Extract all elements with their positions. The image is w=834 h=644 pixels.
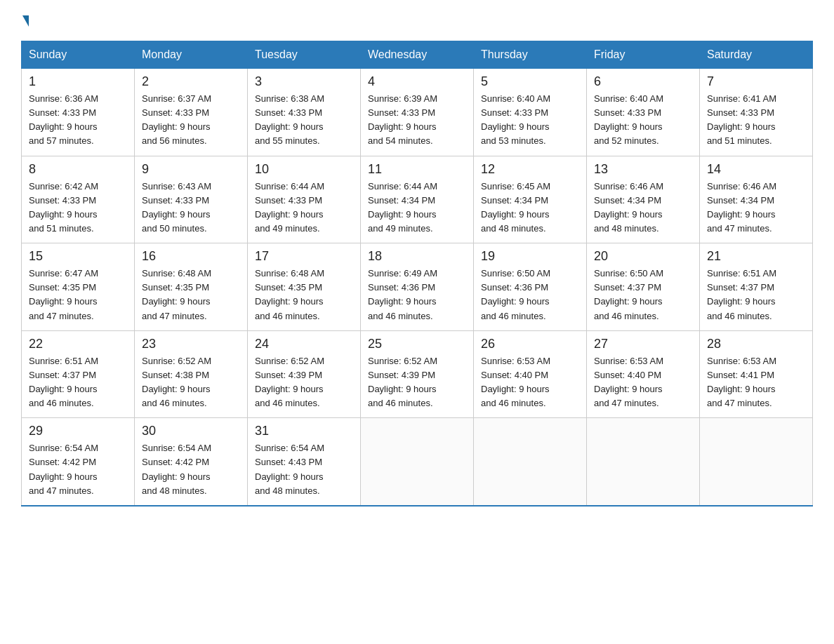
- day-info: Sunrise: 6:40 AMSunset: 4:33 PMDaylight:…: [481, 92, 579, 149]
- calendar-week-row: 22Sunrise: 6:51 AMSunset: 4:37 PMDayligh…: [22, 330, 813, 418]
- calendar-cell: 14Sunrise: 6:46 AMSunset: 4:34 PMDayligh…: [700, 156, 813, 243]
- calendar-cell: 23Sunrise: 6:52 AMSunset: 4:38 PMDayligh…: [135, 330, 248, 418]
- day-number: 9: [142, 162, 240, 177]
- day-number: 21: [707, 249, 805, 264]
- day-number: 29: [29, 424, 127, 438]
- day-number: 22: [29, 337, 127, 351]
- day-number: 7: [707, 74, 805, 89]
- calendar-cell: 11Sunrise: 6:44 AMSunset: 4:34 PMDayligh…: [361, 156, 474, 243]
- calendar-cell: 1Sunrise: 6:36 AMSunset: 4:33 PMDaylight…: [22, 69, 135, 156]
- day-info: Sunrise: 6:41 AMSunset: 4:33 PMDaylight:…: [707, 92, 805, 149]
- day-info: Sunrise: 6:53 AMSunset: 4:40 PMDaylight:…: [594, 354, 692, 411]
- day-number: 14: [707, 162, 805, 177]
- day-info: Sunrise: 6:39 AMSunset: 4:33 PMDaylight:…: [368, 92, 466, 149]
- day-info: Sunrise: 6:36 AMSunset: 4:33 PMDaylight:…: [29, 92, 127, 149]
- calendar-cell: 25Sunrise: 6:52 AMSunset: 4:39 PMDayligh…: [361, 330, 474, 418]
- day-info: Sunrise: 6:45 AMSunset: 4:34 PMDaylight:…: [481, 180, 579, 236]
- day-info: Sunrise: 6:54 AMSunset: 4:42 PMDaylight:…: [29, 441, 127, 498]
- col-header-saturday: Saturday: [700, 41, 813, 69]
- day-info: Sunrise: 6:40 AMSunset: 4:33 PMDaylight:…: [594, 92, 692, 149]
- day-number: 18: [368, 249, 466, 264]
- calendar-cell: 24Sunrise: 6:52 AMSunset: 4:39 PMDayligh…: [248, 330, 361, 418]
- day-number: 25: [368, 337, 466, 351]
- day-info: Sunrise: 6:48 AMSunset: 4:35 PMDaylight:…: [142, 267, 240, 323]
- calendar-cell: 17Sunrise: 6:48 AMSunset: 4:35 PMDayligh…: [248, 243, 361, 331]
- calendar-cell: 15Sunrise: 6:47 AMSunset: 4:35 PMDayligh…: [22, 243, 135, 331]
- day-number: 11: [368, 162, 466, 177]
- col-header-monday: Monday: [135, 41, 248, 69]
- day-info: Sunrise: 6:54 AMSunset: 4:43 PMDaylight:…: [255, 441, 353, 498]
- calendar-cell: 29Sunrise: 6:54 AMSunset: 4:42 PMDayligh…: [22, 418, 135, 506]
- day-number: 26: [481, 337, 579, 351]
- calendar-week-row: 29Sunrise: 6:54 AMSunset: 4:42 PMDayligh…: [22, 418, 813, 506]
- calendar-cell: 20Sunrise: 6:50 AMSunset: 4:37 PMDayligh…: [587, 243, 700, 331]
- day-number: 2: [142, 74, 240, 89]
- col-header-sunday: Sunday: [22, 41, 135, 69]
- day-info: Sunrise: 6:46 AMSunset: 4:34 PMDaylight:…: [594, 180, 692, 236]
- day-number: 6: [594, 74, 692, 89]
- logo: [21, 14, 29, 27]
- day-number: 10: [255, 162, 353, 177]
- calendar-cell: 3Sunrise: 6:38 AMSunset: 4:33 PMDaylight…: [248, 69, 361, 156]
- day-number: 3: [255, 74, 353, 89]
- day-info: Sunrise: 6:53 AMSunset: 4:40 PMDaylight:…: [481, 354, 579, 411]
- day-number: 13: [594, 162, 692, 177]
- calendar-cell: 27Sunrise: 6:53 AMSunset: 4:40 PMDayligh…: [587, 330, 700, 418]
- calendar-cell: 7Sunrise: 6:41 AMSunset: 4:33 PMDaylight…: [700, 69, 813, 156]
- day-number: 23: [142, 337, 240, 351]
- calendar-cell: [587, 418, 700, 506]
- calendar-cell: 31Sunrise: 6:54 AMSunset: 4:43 PMDayligh…: [248, 418, 361, 506]
- day-number: 17: [255, 249, 353, 264]
- day-number: 1: [29, 74, 127, 89]
- day-number: 12: [481, 162, 579, 177]
- day-info: Sunrise: 6:50 AMSunset: 4:36 PMDaylight:…: [481, 267, 579, 323]
- day-number: 20: [594, 249, 692, 264]
- calendar-week-row: 15Sunrise: 6:47 AMSunset: 4:35 PMDayligh…: [22, 243, 813, 331]
- calendar-cell: 26Sunrise: 6:53 AMSunset: 4:40 PMDayligh…: [474, 330, 587, 418]
- calendar-cell: [474, 418, 587, 506]
- calendar-cell: 30Sunrise: 6:54 AMSunset: 4:42 PMDayligh…: [135, 418, 248, 506]
- day-number: 27: [594, 337, 692, 351]
- calendar-week-row: 1Sunrise: 6:36 AMSunset: 4:33 PMDaylight…: [22, 69, 813, 156]
- day-info: Sunrise: 6:47 AMSunset: 4:35 PMDaylight:…: [29, 267, 127, 323]
- day-number: 30: [142, 424, 240, 438]
- day-number: 24: [255, 337, 353, 351]
- day-number: 19: [481, 249, 579, 264]
- calendar-cell: 28Sunrise: 6:53 AMSunset: 4:41 PMDayligh…: [700, 330, 813, 418]
- logo-arrow-icon: [22, 15, 29, 27]
- calendar-cell: 8Sunrise: 6:42 AMSunset: 4:33 PMDaylight…: [22, 156, 135, 243]
- calendar-cell: 22Sunrise: 6:51 AMSunset: 4:37 PMDayligh…: [22, 330, 135, 418]
- day-info: Sunrise: 6:50 AMSunset: 4:37 PMDaylight:…: [594, 267, 692, 323]
- page-header: [21, 14, 813, 27]
- day-number: 31: [255, 424, 353, 438]
- day-info: Sunrise: 6:49 AMSunset: 4:36 PMDaylight:…: [368, 267, 466, 323]
- calendar-header-row: SundayMondayTuesdayWednesdayThursdayFrid…: [22, 41, 813, 69]
- col-header-wednesday: Wednesday: [361, 41, 474, 69]
- day-info: Sunrise: 6:42 AMSunset: 4:33 PMDaylight:…: [29, 180, 127, 236]
- calendar-cell: [700, 418, 813, 506]
- day-info: Sunrise: 6:44 AMSunset: 4:34 PMDaylight:…: [368, 180, 466, 236]
- col-header-tuesday: Tuesday: [248, 41, 361, 69]
- calendar-cell: 9Sunrise: 6:43 AMSunset: 4:33 PMDaylight…: [135, 156, 248, 243]
- calendar-cell: 6Sunrise: 6:40 AMSunset: 4:33 PMDaylight…: [587, 69, 700, 156]
- day-info: Sunrise: 6:54 AMSunset: 4:42 PMDaylight:…: [142, 441, 240, 498]
- day-info: Sunrise: 6:48 AMSunset: 4:35 PMDaylight:…: [255, 267, 353, 323]
- day-number: 5: [481, 74, 579, 89]
- day-info: Sunrise: 6:52 AMSunset: 4:39 PMDaylight:…: [255, 354, 353, 411]
- calendar-cell: 10Sunrise: 6:44 AMSunset: 4:33 PMDayligh…: [248, 156, 361, 243]
- calendar-cell: 21Sunrise: 6:51 AMSunset: 4:37 PMDayligh…: [700, 243, 813, 331]
- calendar-week-row: 8Sunrise: 6:42 AMSunset: 4:33 PMDaylight…: [22, 156, 813, 243]
- day-number: 28: [707, 337, 805, 351]
- calendar-cell: 13Sunrise: 6:46 AMSunset: 4:34 PMDayligh…: [587, 156, 700, 243]
- day-number: 15: [29, 249, 127, 264]
- calendar-cell: 16Sunrise: 6:48 AMSunset: 4:35 PMDayligh…: [135, 243, 248, 331]
- day-number: 16: [142, 249, 240, 264]
- day-info: Sunrise: 6:43 AMSunset: 4:33 PMDaylight:…: [142, 180, 240, 236]
- day-info: Sunrise: 6:37 AMSunset: 4:33 PMDaylight:…: [142, 92, 240, 149]
- day-number: 4: [368, 74, 466, 89]
- day-info: Sunrise: 6:51 AMSunset: 4:37 PMDaylight:…: [707, 267, 805, 323]
- day-info: Sunrise: 6:52 AMSunset: 4:39 PMDaylight:…: [368, 354, 466, 411]
- day-info: Sunrise: 6:38 AMSunset: 4:33 PMDaylight:…: [255, 92, 353, 149]
- day-info: Sunrise: 6:52 AMSunset: 4:38 PMDaylight:…: [142, 354, 240, 411]
- day-info: Sunrise: 6:44 AMSunset: 4:33 PMDaylight:…: [255, 180, 353, 236]
